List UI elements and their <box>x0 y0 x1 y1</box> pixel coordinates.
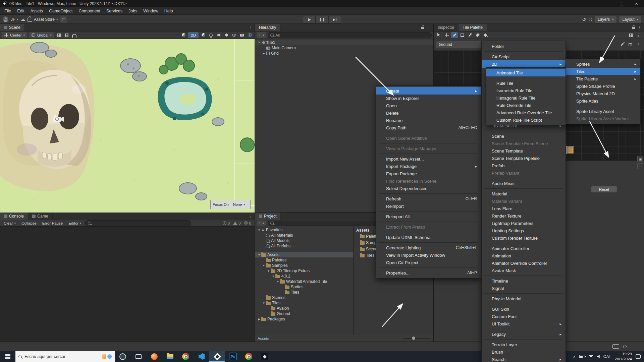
menu-item-rule-override-tile[interactable]: Rule Override Tile <box>486 102 566 109</box>
hidden-icons-chevron[interactable]: ∧ <box>573 355 575 358</box>
menu-item-physics-material-2d[interactable]: Physics Material 2D <box>566 90 640 97</box>
menu-item-isometric-rule-tile[interactable]: Isometric Rule Tile <box>486 87 566 94</box>
menubar-item-window[interactable]: Window <box>140 7 161 14</box>
chrome2-taskbar-button[interactable] <box>241 351 257 362</box>
menu-item-physic-material[interactable]: Physic Material <box>482 295 566 302</box>
menubar-item-component[interactable]: Component <box>75 7 103 14</box>
shading-icon[interactable] <box>200 32 207 38</box>
info-count[interactable]: i0 <box>221 221 231 225</box>
pause-button[interactable] <box>316 16 328 23</box>
menu-item-sprite-shape-profile[interactable]: Sprite Shape Profile <box>566 82 640 90</box>
tp-erase-icon[interactable] <box>474 32 481 38</box>
menu-item-import-new-asset[interactable]: Import New Asset... <box>376 155 481 163</box>
menu-item-ui-toolkit[interactable]: UI Toolkit▸ <box>482 320 566 327</box>
tree-item-all-materials[interactable]: All Materials <box>255 233 353 238</box>
menubar-item-assets[interactable]: Assets <box>28 7 46 14</box>
warning-count[interactable]: 0 <box>231 221 242 225</box>
menu-item-advanced-rule-override-tile[interactable]: Advanced Rule Override Tile <box>486 109 566 116</box>
menu-item-sprites[interactable]: Sprites▸ <box>566 60 640 68</box>
expander-icon[interactable]: ▼ <box>257 253 261 256</box>
menu-item-custom-rule-tile-script[interactable]: Custom Rule Tile Script <box>486 116 566 124</box>
2d-mode-toggle[interactable]: 2D <box>188 32 199 38</box>
tp-grid-icon[interactable] <box>628 32 634 38</box>
minimize-button[interactable] <box>599 0 614 7</box>
step-button[interactable] <box>328 16 341 23</box>
chrome-taskbar-button[interactable] <box>178 351 194 362</box>
close-button[interactable]: × <box>629 0 644 7</box>
reset-button[interactable]: Reset <box>591 186 617 192</box>
menubar-item-services[interactable]: Services <box>103 7 125 14</box>
menubar-item-jobs[interactable]: Jobs <box>125 7 140 14</box>
menu-item-tiles[interactable]: Tiles▸ <box>566 68 640 75</box>
unity-taskbar-button[interactable] <box>209 351 225 362</box>
tp-move-icon[interactable] <box>443 32 450 38</box>
services-button[interactable] <box>60 16 67 23</box>
tp-settings-icon[interactable] <box>635 42 642 48</box>
tool-handle-dropdown[interactable]: Center▾ <box>2 32 27 38</box>
menu-item-sprite-library-asset[interactable]: Sprite Library Asset <box>566 108 640 115</box>
tree-item-2d-tilemap-extras[interactable]: ▼2D Tilemap Extras <box>255 268 353 274</box>
light-icon[interactable] <box>208 32 214 38</box>
layers-dropdown[interactable]: Layers▾ <box>595 16 617 23</box>
notification-center-icon[interactable] <box>636 354 641 359</box>
expander-icon[interactable]: ▼ <box>262 264 266 267</box>
account-avatar[interactable] <box>3 16 8 22</box>
camera-icon[interactable] <box>238 32 245 38</box>
console-collapse-toggle[interactable]: Collapse <box>19 221 39 226</box>
tree-item-tile1[interactable]: ▼Tile1 <box>255 40 433 45</box>
menu-item-animation[interactable]: Animation <box>482 252 566 259</box>
menubar-item-edit[interactable]: Edit <box>14 7 28 14</box>
console-clear-button[interactable]: Clear▾ <box>2 221 18 226</box>
focus-dropdown[interactable]: None▾ <box>231 202 247 206</box>
undo-history-button[interactable]: ↺ <box>582 17 586 22</box>
expander-icon[interactable]: ▼ <box>266 269 271 273</box>
tree-item-favorites[interactable]: ▼Favorites <box>255 227 353 233</box>
menu-item-custom-font[interactable]: Custom Font <box>482 313 566 320</box>
tree-item-waterfall-animated-tile[interactable]: ▼Waterfall Animated Tile <box>255 279 353 284</box>
tp-pick-icon[interactable] <box>467 32 473 38</box>
play-button[interactable] <box>303 16 316 23</box>
tree-item-packages[interactable]: ▶Packages <box>255 316 353 322</box>
tp-fill-icon[interactable] <box>482 32 489 38</box>
project-create-button[interactable]: +▾ <box>257 221 266 226</box>
expander-icon[interactable]: ▶ <box>257 318 261 321</box>
orange-taskbar-button[interactable] <box>146 351 162 362</box>
menu-item-lens-flare[interactable]: Lens Flare <box>482 205 566 212</box>
tree-item-all-prefabs[interactable]: All Prefabs <box>255 243 353 249</box>
menu-item-open-c-project[interactable]: Open C# Project <box>376 259 481 266</box>
explorer-taskbar-button[interactable] <box>162 351 178 362</box>
hierarchy-search-input[interactable]: All <box>268 32 432 38</box>
visibility-icon[interactable] <box>231 32 237 38</box>
menu-item-2d[interactable]: 2D▸ <box>482 60 566 68</box>
menu-item-lightmap-parameters[interactable]: Lightmap Parameters <box>482 220 566 227</box>
tree-item-palettes[interactable]: Palettes <box>255 257 353 263</box>
keyboard-status-icon[interactable] <box>612 344 619 349</box>
menu-item-scene-template-pipeline[interactable]: Scene Template Pipeline <box>482 155 566 162</box>
audio-icon[interactable] <box>215 32 222 38</box>
console-search-input[interactable] <box>85 220 191 226</box>
menu-item-tile-palette[interactable]: Tile Palette▸ <box>566 75 640 82</box>
language-indicator[interactable]: CAT <box>603 354 611 359</box>
menu-item-search[interactable]: Search▸ <box>482 356 566 362</box>
menu-item-properties[interactable]: Properties...Alt+P <box>376 269 481 277</box>
snap-icon[interactable] <box>63 32 70 38</box>
menu-item-legacy[interactable]: Legacy▸ <box>482 330 566 338</box>
expander-icon[interactable]: ▼ <box>276 280 280 283</box>
menu-item-rule-tile[interactable]: Rule Tile <box>486 79 566 87</box>
menubar-item-file[interactable]: File <box>1 7 14 14</box>
cells-icon[interactable] <box>627 42 634 48</box>
tree-item-sprites[interactable]: Sprites <box>255 284 353 290</box>
slider-knob[interactable] <box>412 337 415 340</box>
tree-item-main-camera[interactable]: Main Camera <box>255 45 433 51</box>
tree-item-ground[interactable]: Ground <box>255 311 353 316</box>
tp-select-icon[interactable] <box>436 32 442 38</box>
panel-menu-icon[interactable]: ⋮ <box>427 25 431 30</box>
tree-item-grid[interactable]: ▶Grid <box>255 51 433 56</box>
tree-item-tiles[interactable]: Tiles <box>255 290 353 295</box>
tree-item-all-models[interactable]: All Models <box>255 238 353 243</box>
expander-icon[interactable]: ▶ <box>262 52 266 55</box>
unityhub-taskbar-button[interactable] <box>257 351 272 362</box>
menu-item-scene-template[interactable]: Scene Template <box>482 147 566 155</box>
tab-tile-palette[interactable]: Tile Palette <box>459 24 487 31</box>
menubar-item-help[interactable]: Help <box>161 7 176 14</box>
